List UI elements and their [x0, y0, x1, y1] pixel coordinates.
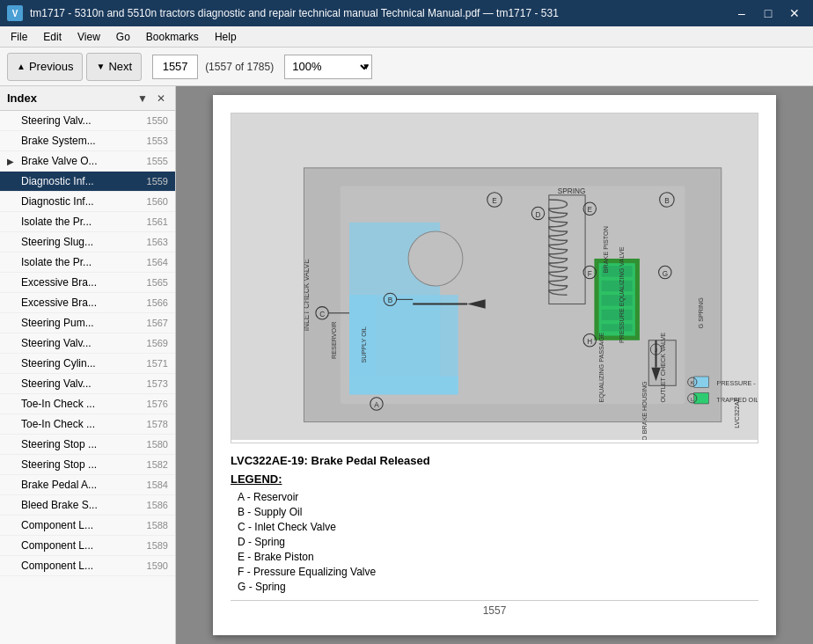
- sidebar-item-label: Brake Pedal A...: [21, 479, 140, 491]
- sidebar-item-page: 1567: [143, 318, 168, 328]
- sidebar-item-page: 1586: [143, 500, 168, 510]
- svg-text:G: G: [663, 270, 668, 278]
- sidebar-item-page: 1590: [143, 560, 168, 571]
- sidebar-item-label: Toe-In Check ...: [21, 398, 140, 410]
- sidebar-item-label: Steering Cylin...: [21, 357, 140, 370]
- sidebar-item-label: Steering Valv...: [21, 337, 140, 349]
- sidebar-item-page: 1573: [143, 378, 168, 389]
- sidebar-item[interactable]: Excessive Bra...1566: [0, 293, 175, 313]
- content-area[interactable]: BRAKE VALVE OPERATION — BRA E B: [176, 86, 813, 644]
- page-input[interactable]: [152, 55, 198, 79]
- sidebar-item[interactable]: ▶Brake Valve O...1555: [0, 151, 175, 172]
- svg-text:L: L: [691, 396, 694, 402]
- sidebar-item-page: 1569: [143, 338, 168, 348]
- svg-text:SUPPLY OIL: SUPPLY OIL: [360, 326, 368, 362]
- sidebar-item[interactable]: Isolate the Pr...1561: [0, 212, 175, 232]
- sidebar-item-page: 1576: [143, 399, 168, 409]
- svg-text:OUTLET CHECK VALVE: OUTLET CHECK VALVE: [659, 333, 667, 403]
- next-label: Next: [108, 60, 132, 73]
- sidebar-item-label: Isolate the Pr...: [21, 256, 140, 268]
- svg-rect-23: [694, 393, 708, 404]
- sidebar-item[interactable]: Bleed Brake S...1586: [0, 495, 175, 516]
- sidebar-dropdown-button[interactable]: ▼: [135, 92, 150, 105]
- zoom-select[interactable]: 100% 50% 75% 125% 150% 200%: [284, 55, 372, 79]
- legend-title: LEGEND:: [231, 472, 758, 486]
- app-icon: V: [7, 5, 23, 21]
- sidebar-item[interactable]: Steering Valv...1569: [0, 333, 175, 354]
- sidebar-item[interactable]: Component L...1590: [0, 556, 175, 576]
- sidebar-item-label: Toe-In Check ...: [21, 418, 140, 430]
- title-text: tm1717 - 5310n and 5510n tractors diagno…: [30, 7, 723, 19]
- svg-rect-13: [602, 324, 633, 331]
- menu-item-go[interactable]: Go: [109, 29, 137, 45]
- sidebar-header: Index ▼ ✕: [0, 86, 175, 111]
- sidebar-item[interactable]: Component L...1589: [0, 536, 175, 556]
- prev-arrow-icon: ▲: [17, 62, 26, 71]
- svg-text:G SPRING: G SPRING: [697, 297, 705, 329]
- sidebar-item[interactable]: Isolate the Pr...1564: [0, 252, 175, 273]
- sidebar-item[interactable]: Toe-In Check ...1576: [0, 394, 175, 414]
- sidebar-item-page: 1578: [143, 419, 168, 429]
- brake-valve-diagram: BRAKE VALVE OPERATION — BRA E B: [231, 113, 758, 440]
- sidebar-item-arrow-icon: ▶: [7, 157, 18, 166]
- main-layout: Index ▼ ✕ Steering Valv...1550Brake Syst…: [0, 86, 813, 644]
- menu-bar: FileEditViewGoBookmarksHelp: [0, 26, 813, 48]
- sidebar-item[interactable]: Steering Pum...1567: [0, 313, 175, 333]
- legend-item: E - Brake Piston: [231, 551, 758, 563]
- sidebar-item[interactable]: Steering Slug...1563: [0, 232, 175, 252]
- minimize-button[interactable]: –: [730, 4, 753, 22]
- sidebar-item-label: Steering Stop ...: [21, 438, 140, 450]
- sidebar-item-label: Steering Pum...: [21, 317, 140, 329]
- sidebar-item-label: Component L...: [21, 560, 140, 572]
- app-icon-letter: V: [12, 9, 18, 18]
- sidebar-item-page: 1561: [143, 216, 168, 227]
- sidebar-item[interactable]: Brake System...1553: [0, 131, 175, 151]
- legend-item: D - Spring: [231, 536, 758, 548]
- menu-item-help[interactable]: Help: [208, 29, 244, 45]
- sidebar-item[interactable]: Diagnostic Inf...1559: [0, 172, 175, 192]
- sidebar-item-page: 1563: [143, 237, 168, 247]
- svg-text:B: B: [388, 296, 393, 304]
- sidebar-item-label: Brake System...: [21, 135, 140, 147]
- sidebar-item[interactable]: Steering Valv...1573: [0, 374, 175, 394]
- previous-label: Previous: [29, 60, 74, 73]
- menu-item-view[interactable]: View: [70, 29, 107, 45]
- sidebar-item-page: 1565: [143, 277, 168, 288]
- close-button[interactable]: ✕: [783, 4, 806, 22]
- sidebar-item[interactable]: Steering Cylin...1571: [0, 354, 175, 374]
- svg-text:J: J: [655, 347, 657, 353]
- sidebar-item[interactable]: Steering Valv...1550: [0, 111, 175, 131]
- sidebar-item[interactable]: Excessive Bra...1565: [0, 273, 175, 293]
- svg-text:SPRING: SPRING: [558, 187, 586, 195]
- page-wrapper: BRAKE VALVE OPERATION — BRA E B: [213, 95, 776, 635]
- sidebar-item-page: 1550: [143, 115, 168, 126]
- title-bar: V tm1717 - 5310n and 5510n tractors diag…: [0, 0, 813, 26]
- svg-text:H: H: [587, 338, 592, 346]
- next-button[interactable]: ▼ Next: [86, 53, 142, 81]
- sidebar-item[interactable]: Steering Stop ...1582: [0, 455, 175, 475]
- svg-text:RESERVOIR: RESERVOIR: [330, 322, 338, 359]
- sidebar-items: Steering Valv...1550Brake System...1553▶…: [0, 111, 175, 644]
- previous-button[interactable]: ▲ Previous: [7, 53, 83, 81]
- sidebar-item[interactable]: Toe-In Check ...1578: [0, 414, 175, 435]
- sidebar-item-page: 1559: [143, 176, 168, 187]
- menu-item-bookmarks[interactable]: Bookmarks: [139, 29, 206, 45]
- sidebar-item-label: Steering Slug...: [21, 236, 140, 248]
- sidebar-close-button[interactable]: ✕: [154, 92, 168, 105]
- sidebar-item-page: 1571: [143, 358, 168, 369]
- legend-item: A - Reservoir: [231, 491, 758, 503]
- sidebar-item-label: Isolate the Pr...: [21, 216, 140, 228]
- legend-items: A - ReservoirB - Supply OilC - Inlet Che…: [231, 491, 758, 593]
- sidebar-item-label: Excessive Bra...: [21, 276, 140, 289]
- sidebar-item-label: Bleed Brake S...: [21, 499, 140, 511]
- sidebar-item[interactable]: Brake Pedal A...1584: [0, 475, 175, 495]
- maximize-button[interactable]: □: [757, 4, 780, 22]
- menu-item-file[interactable]: File: [4, 29, 34, 45]
- svg-text:TO BRAKE HOUSING: TO BRAKE HOUSING: [641, 381, 648, 440]
- sidebar-item[interactable]: Steering Stop ...1580: [0, 435, 175, 455]
- sidebar-item[interactable]: Diagnostic Inf...1560: [0, 192, 175, 212]
- svg-text:E: E: [588, 206, 593, 214]
- sidebar-item[interactable]: Component L...1588: [0, 516, 175, 536]
- sidebar-item-page: 1564: [143, 257, 168, 267]
- menu-item-edit[interactable]: Edit: [36, 29, 69, 45]
